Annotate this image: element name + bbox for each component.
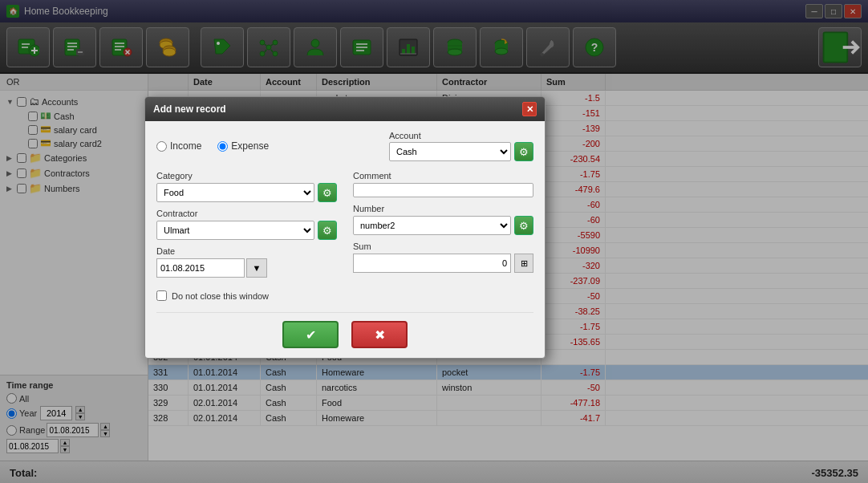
income-radio-label[interactable]: Income xyxy=(156,140,201,152)
dialog-body: Income Expense Account Cash ⚙ xyxy=(145,121,545,358)
number-gear-button[interactable]: ⚙ xyxy=(514,216,533,235)
sum-group: Sum ⊞ xyxy=(353,242,533,273)
category-group: Category Food ⚙ xyxy=(156,171,337,202)
form-grid: Category Food ⚙ Contractor xyxy=(156,171,533,301)
dont-close-row: Do not close this window xyxy=(156,290,337,301)
ok-icon: ✔ xyxy=(306,327,316,343)
number-label: Number xyxy=(353,204,533,213)
date-picker-button[interactable]: ▼ xyxy=(246,258,267,278)
cancel-icon: ✖ xyxy=(375,327,385,343)
sum-input[interactable] xyxy=(353,254,511,273)
income-expense-group: Income Expense Account Cash ⚙ xyxy=(156,131,533,161)
add-record-dialog: Add new record ✕ Income Expense Account xyxy=(144,96,546,359)
comment-group: Comment xyxy=(353,171,533,197)
income-label: Income xyxy=(170,140,201,152)
category-select[interactable]: Food xyxy=(156,183,314,202)
date-group: Date ▼ xyxy=(156,246,337,278)
income-radio[interactable] xyxy=(156,141,167,152)
cancel-button[interactable]: ✖ xyxy=(351,321,408,348)
contractor-gear-button[interactable]: ⚙ xyxy=(318,221,337,240)
number-select[interactable]: number2 xyxy=(353,216,511,235)
dialog-title: Add new record xyxy=(153,104,226,115)
dialog-close-button[interactable]: ✕ xyxy=(522,102,537,116)
account-select[interactable]: Cash xyxy=(389,142,511,161)
contractor-select[interactable]: Ulmart xyxy=(156,221,314,240)
form-right-col: Comment Number number2 ⚙ xyxy=(353,171,533,301)
sum-table-button[interactable]: ⊞ xyxy=(514,254,533,273)
dialog-buttons: ✔ ✖ xyxy=(156,312,533,348)
contractor-group: Contractor Ulmart ⚙ xyxy=(156,209,337,240)
ok-button[interactable]: ✔ xyxy=(282,321,339,348)
dialog-overlay: Add new record ✕ Income Expense Account xyxy=(0,0,868,483)
dont-close-checkbox[interactable] xyxy=(156,290,167,301)
comment-input[interactable] xyxy=(353,183,533,197)
expense-radio[interactable] xyxy=(217,141,228,152)
dont-close-label: Do not close this window xyxy=(172,291,269,301)
category-label: Category xyxy=(156,171,337,181)
form-left-col: Category Food ⚙ Contractor xyxy=(156,171,337,301)
comment-label: Comment xyxy=(353,171,533,181)
expense-radio-label[interactable]: Expense xyxy=(217,140,269,152)
contractor-label: Contractor xyxy=(156,209,337,218)
sum-label: Sum xyxy=(353,242,533,251)
account-label: Account xyxy=(389,131,533,140)
category-gear-button[interactable]: ⚙ xyxy=(318,183,337,202)
account-gear-button[interactable]: ⚙ xyxy=(514,142,533,161)
date-label: Date xyxy=(156,246,337,256)
expense-label: Expense xyxy=(231,140,269,152)
number-group: Number number2 ⚙ xyxy=(353,204,533,235)
dialog-titlebar: Add new record ✕ xyxy=(145,97,545,121)
date-input[interactable] xyxy=(156,258,245,278)
